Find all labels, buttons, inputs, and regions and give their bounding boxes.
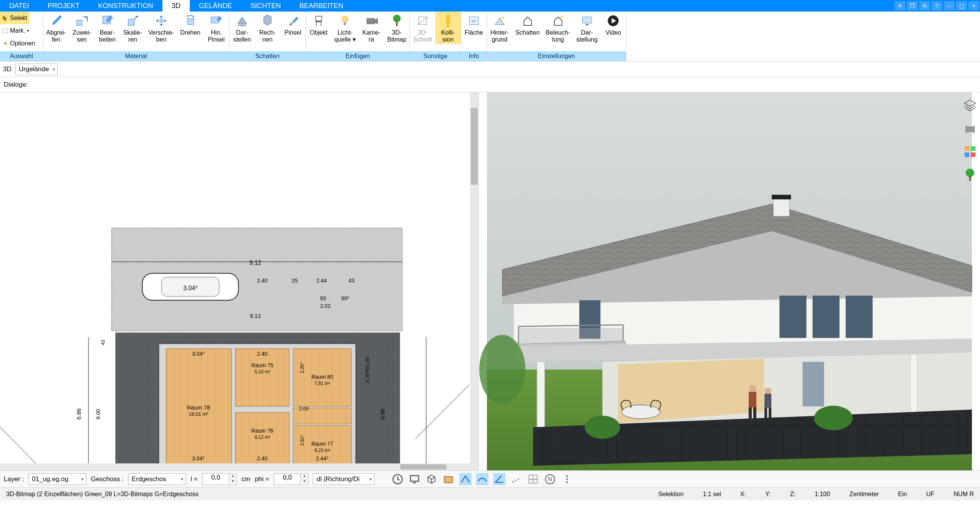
- zuweisen-button[interactable]: Zuwei-sen: [69, 12, 95, 44]
- video-button[interactable]: Video: [600, 12, 626, 37]
- minimize-icon[interactable]: –: [944, 1, 955, 10]
- snap-mid-icon[interactable]: [476, 473, 488, 485]
- workarea: 9.12 3.04⁵ 2.40 25 2.44 43 93 99⁵ 2.02 9…: [0, 92, 980, 470]
- close-icon[interactable]: ×: [968, 1, 979, 10]
- menu-gelaende[interactable]: GELÄNDE: [190, 0, 241, 12]
- flaeche-button[interactable]: m² Fläche: [461, 12, 487, 37]
- tree3d-icon[interactable]: [962, 167, 978, 182]
- l-label: l =: [191, 475, 197, 483]
- svg-rect-138: [764, 394, 771, 408]
- furniture-icon[interactable]: [962, 121, 978, 136]
- svg-text:2.40: 2.40: [257, 351, 268, 357]
- ribbon-group-sonstige: 3D-Schnitt Kolli-sion Sonstige: [410, 12, 461, 61]
- box-icon[interactable]: [442, 473, 455, 485]
- drehen-button[interactable]: Drehen: [177, 12, 203, 37]
- phi-input[interactable]: 0,0: [274, 473, 301, 485]
- svg-text:3.04⁵: 3.04⁵: [192, 351, 205, 357]
- 3dschnitt-button[interactable]: 3D-Schnitt: [410, 12, 435, 44]
- north-icon[interactable]: N: [544, 473, 556, 485]
- svg-point-132: [622, 405, 660, 419]
- darstellung-button[interactable]: Dar-stellung: [573, 12, 600, 44]
- menu-datei[interactable]: DATEI: [0, 0, 38, 12]
- l-spinner[interactable]: ▲▼: [229, 473, 237, 485]
- direction-select[interactable]: dl (Richtung/Di: [313, 473, 375, 485]
- group-label-schatten: Schatten: [229, 51, 306, 61]
- schatten-set-button[interactable]: Schatten: [512, 12, 543, 37]
- menu-3d[interactable]: 3D: [162, 0, 190, 12]
- options-button[interactable]: ＋ Optionen: [0, 37, 37, 50]
- view2d-vscroll[interactable]: [470, 92, 478, 470]
- svg-rect-149: [965, 152, 969, 157]
- verschieben-button[interactable]: Verschie-ben: [145, 12, 177, 44]
- cube-icon[interactable]: [425, 473, 438, 485]
- layer-select[interactable]: 01_ug.eg.og: [28, 473, 86, 485]
- svg-text:Raum 77: Raum 77: [311, 441, 333, 447]
- beleuchtung-button[interactable]: Beleuch-tung: [543, 12, 573, 44]
- maximize-icon[interactable]: ▢: [956, 1, 967, 10]
- dialoge-bar: Dialoge:: [0, 77, 980, 92]
- layer-label: Layer :: [4, 475, 24, 483]
- palette-icon[interactable]: [962, 144, 978, 159]
- rechnen-button[interactable]: Rech-nen: [255, 12, 280, 44]
- svg-text:6,23 m²: 6,23 m²: [314, 448, 330, 453]
- terrain-select[interactable]: Urgelände: [15, 64, 58, 75]
- skalieren-button[interactable]: Skalie-ren: [120, 12, 145, 44]
- select-label: Selekt: [10, 15, 27, 22]
- view2d-hscroll[interactable]: [0, 463, 478, 470]
- monitor2-icon[interactable]: [408, 473, 421, 485]
- svg-text:25: 25: [292, 278, 298, 284]
- lichtquelle-button[interactable]: Licht-quelle ▾: [331, 12, 359, 44]
- menu-konstruktion[interactable]: KONSTRUKTION: [89, 0, 162, 12]
- svg-point-151: [966, 169, 974, 177]
- layers-icon[interactable]: [962, 98, 978, 113]
- 3dbitmap-button[interactable]: 3D-Bitmap: [384, 12, 410, 44]
- svg-rect-146: [973, 125, 975, 133]
- tool-icon-2[interactable]: ❐: [907, 1, 918, 10]
- snap-end-icon[interactable]: [459, 473, 472, 485]
- clock-icon[interactable]: [391, 473, 404, 485]
- bearbeiten-button[interactable]: Bear-beiten: [95, 12, 120, 44]
- svg-text:43: 43: [100, 340, 106, 345]
- options-label: Optionen: [10, 40, 35, 47]
- dialoge-label: Dialoge:: [4, 81, 28, 89]
- geschoss-select[interactable]: Erdgeschos: [128, 473, 186, 485]
- status-z: Z:: [786, 491, 799, 498]
- help-icon[interactable]: ?: [932, 1, 942, 10]
- darstellen-button[interactable]: Dar-stellen: [229, 12, 255, 44]
- svg-point-7: [237, 24, 247, 27]
- kollision-button[interactable]: Kolli-sion: [435, 12, 461, 44]
- dropdown-icon: ▾: [27, 28, 29, 33]
- background-icon: [492, 13, 507, 28]
- assign-icon: [74, 13, 90, 28]
- more-icon[interactable]: [561, 473, 573, 485]
- hintergrund-button[interactable]: Hinter-grund: [487, 12, 512, 44]
- tool-icon-3[interactable]: ⎘: [919, 1, 930, 10]
- select-button[interactable]: Selekt: [0, 12, 29, 24]
- pinsel-button[interactable]: Pinsel: [280, 12, 306, 37]
- hinpinsel-button[interactable]: Hin.Pinsel: [204, 12, 229, 44]
- view-2d[interactable]: 9.12 3.04⁵ 2.40 25 2.44 43 93 99⁵ 2.02 9…: [0, 92, 479, 470]
- snap-perp-icon[interactable]: [493, 473, 505, 485]
- kamera-button[interactable]: Kame-ra: [359, 12, 384, 44]
- menu-bearbeiten[interactable]: BEARBEITEN: [290, 0, 353, 12]
- svg-text:Raum 76: Raum 76: [251, 428, 273, 434]
- l-input[interactable]: 0,0: [202, 473, 229, 485]
- menu-projekt[interactable]: PROJEKT: [38, 0, 89, 12]
- svg-point-161: [566, 481, 568, 483]
- mark-button[interactable]: Mark. ▾: [0, 24, 31, 37]
- geschoss-label: Geschoss :: [91, 475, 124, 483]
- objekt-button[interactable]: Objekt: [306, 12, 331, 37]
- menu-sichten[interactable]: SICHTEN: [241, 0, 290, 12]
- svg-text:1.00: 1.00: [365, 357, 370, 366]
- abgreifen-button[interactable]: Abgrei-fen: [43, 12, 69, 44]
- rotate-icon: [183, 13, 198, 28]
- view-3d[interactable]: [479, 92, 980, 470]
- phi-spinner[interactable]: ▲▼: [301, 473, 308, 485]
- svg-text:2.00: 2.00: [299, 406, 309, 411]
- group-label-auswahl: Auswahl: [0, 51, 43, 61]
- snap-ext-icon[interactable]: [510, 473, 522, 485]
- status-y: Y:: [761, 491, 774, 498]
- grid-icon[interactable]: [527, 473, 539, 485]
- svg-point-24: [560, 15, 564, 18]
- tool-icon-1[interactable]: ✕: [895, 1, 905, 10]
